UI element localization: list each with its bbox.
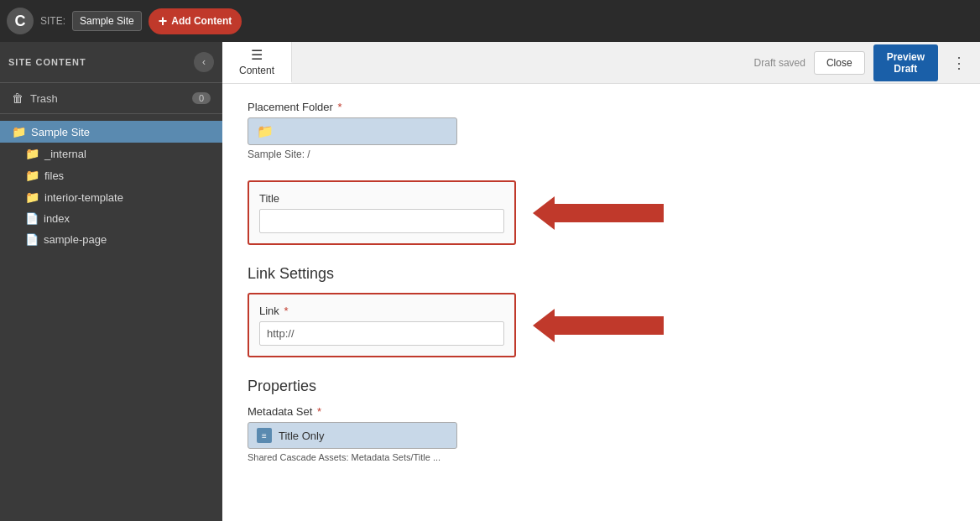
required-asterisk: * <box>284 305 288 317</box>
tree-item-label: index <box>44 212 70 225</box>
tab-content[interactable]: ☰ Content <box>222 42 292 83</box>
shared-path: Shared Cascade Assets: Metadata Sets/Tit… <box>248 452 955 462</box>
more-options-button[interactable]: ⋮ <box>946 50 972 76</box>
tree-item-label: Sample Site <box>31 126 90 138</box>
tree-item-sample-site[interactable]: 📁 Sample Site <box>0 121 222 143</box>
metadata-set-field: Metadata Set * ≡ Title Only Shared Casca… <box>248 405 955 462</box>
content-tab-label: Content <box>239 65 274 76</box>
sidebar: SITE CONTENT ‹ 🗑 Trash 0 📁 Sample Site 📁… <box>0 42 222 521</box>
trash-icon: 🗑 <box>12 91 23 105</box>
file-icon: 📄 <box>25 233 39 246</box>
sidebar-tree: 📁 Sample Site 📁 _internal 📁 files 📁 inte… <box>0 114 222 257</box>
add-content-button[interactable]: + Add Content <box>149 8 242 34</box>
metadata-set-button[interactable]: ≡ Title Only <box>248 422 457 449</box>
folder-icon: 📁 <box>25 147 39 160</box>
close-button[interactable]: Close <box>814 51 865 75</box>
placement-folder-icon: 📁 <box>257 123 274 139</box>
sidebar-trash-item[interactable]: 🗑 Trash 0 <box>0 83 222 114</box>
modal-toolbar: Draft saved Close Preview Draft ⋮ <box>292 42 980 83</box>
folder-icon: 📁 <box>12 125 26 138</box>
content-tab-icon: ☰ <box>251 47 263 63</box>
tree-item-label: interior-template <box>44 191 123 204</box>
placement-folder-label: Placement Folder * <box>248 101 955 113</box>
sidebar-collapse-button[interactable]: ‹ <box>194 52 214 72</box>
link-input[interactable] <box>259 321 504 346</box>
folder-icon: 📁 <box>25 169 39 182</box>
add-icon: + <box>159 13 168 30</box>
arrow-body <box>555 316 664 335</box>
file-icon: 📄 <box>25 212 39 225</box>
site-label: SITE: <box>40 15 65 27</box>
required-asterisk: * <box>317 405 321 418</box>
placement-folder-button[interactable]: 📁 <box>248 117 457 145</box>
tree-item-label: _internal <box>44 148 86 160</box>
link-field-row: Link * <box>248 293 955 357</box>
arrow-body <box>555 204 664 222</box>
main-layout: SITE CONTENT ‹ 🗑 Trash 0 📁 Sample Site 📁… <box>0 42 980 521</box>
tree-item-label: sample-page <box>44 233 107 246</box>
modal-body: Placement Folder * 📁 Sample Site: / Titl… <box>222 84 980 521</box>
preview-draft-button[interactable]: Preview Draft <box>873 44 938 81</box>
add-content-label: Add Content <box>171 15 232 27</box>
content-area: 📁 F... ☰ Samp Modified 2017 5... 2017 5.… <box>222 42 980 521</box>
arrow-head-icon <box>533 196 555 230</box>
tree-item-internal[interactable]: 📁 _internal <box>0 143 222 164</box>
link-settings-section: Link Settings Link * <box>248 265 955 357</box>
modal-panel: ☰ Content Draft saved Close Preview Draf… <box>222 42 980 521</box>
title-section: Title <box>248 180 955 245</box>
metadata-set-label: Metadata Set * <box>248 405 955 418</box>
title-arrow <box>533 196 664 230</box>
metadata-set-value: Title Only <box>279 430 324 442</box>
sidebar-title: SITE CONTENT <box>8 57 86 67</box>
tree-item-index[interactable]: 📄 index <box>0 208 222 229</box>
trash-count-badge: 0 <box>192 92 211 104</box>
modal-tabs: ☰ Content Draft saved Close Preview Draf… <box>222 42 980 84</box>
link-settings-heading: Link Settings <box>248 265 955 283</box>
placement-folder-section: Placement Folder * 📁 Sample Site: / <box>248 101 955 160</box>
trash-label: Trash <box>30 92 58 105</box>
title-label: Title <box>259 192 504 205</box>
tree-item-label: files <box>44 169 64 182</box>
tree-item-interior-template[interactable]: 📁 interior-template <box>0 186 222 208</box>
title-field-wrapper: Title <box>248 180 516 245</box>
required-asterisk: * <box>338 101 342 113</box>
trash-left: 🗑 Trash <box>12 91 58 105</box>
top-navbar: C SITE: Sample Site + Add Content <box>0 0 980 42</box>
link-field-wrapper: Link * <box>248 293 516 357</box>
link-arrow <box>533 309 664 342</box>
tree-item-sample-page[interactable]: 📄 sample-page <box>0 229 222 250</box>
folder-icon: 📁 <box>25 190 39 204</box>
placement-folder-field: Placement Folder * 📁 Sample Site: / <box>248 101 955 160</box>
title-input[interactable] <box>259 209 504 233</box>
tree-item-files[interactable]: 📁 files <box>0 164 222 186</box>
draft-saved-label: Draft saved <box>754 57 805 69</box>
properties-section: Properties Metadata Set * ≡ Title Only S… <box>248 378 955 462</box>
sidebar-header: SITE CONTENT ‹ <box>0 42 222 83</box>
metadata-set-icon: ≡ <box>257 428 272 443</box>
link-label: Link * <box>259 305 504 317</box>
site-name[interactable]: Sample Site <box>72 11 142 31</box>
properties-heading: Properties <box>248 378 955 395</box>
placement-path: Sample Site: / <box>248 148 955 160</box>
arrow-head-icon <box>533 309 555 342</box>
app-logo: C <box>7 8 34 34</box>
